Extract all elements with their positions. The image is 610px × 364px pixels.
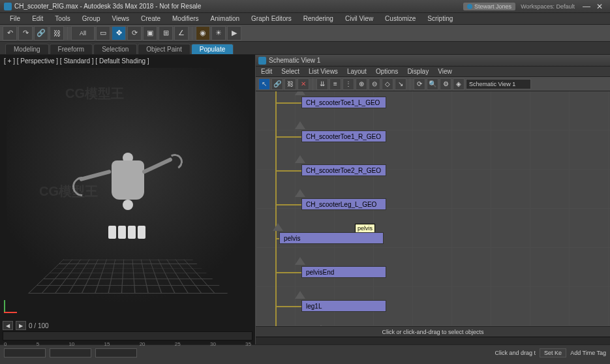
coord-x-field[interactable]: [4, 348, 46, 357]
render-setup-button[interactable]: ☀: [211, 26, 226, 40]
menu-scripting[interactable]: Scripting: [421, 15, 459, 22]
sv-bookmark-button[interactable]: ◈: [453, 78, 465, 90]
sv-menu-view[interactable]: View: [435, 68, 455, 75]
schematic-node[interactable]: CH_scooterToe1_L_GEO: [301, 97, 386, 108]
sv-delete-button[interactable]: ✕: [297, 78, 309, 90]
time-next-button[interactable]: ▶: [16, 321, 26, 330]
viewport[interactable]: [ + ] [ Perspective ] [ Standard ] [ Def…: [0, 55, 256, 344]
sv-collapse-button[interactable]: ⊖: [369, 78, 380, 90]
schematic-h-scrollbar[interactable]: [256, 337, 610, 344]
menu-group[interactable]: Group: [76, 15, 106, 22]
scale-button[interactable]: ▣: [143, 26, 157, 40]
close-button[interactable]: ✕: [593, 2, 606, 11]
schematic-node[interactable]: CH_scooterLeg_L_GEO: [301, 198, 386, 210]
sv-menu-options[interactable]: Options: [373, 68, 401, 75]
schematic-node[interactable]: pelvis: [279, 232, 384, 244]
sv-refresh-button[interactable]: ⟳: [414, 78, 425, 90]
time-slider[interactable]: [3, 331, 252, 341]
node-expand-icon[interactable]: [295, 257, 305, 265]
time-tick: 35: [245, 341, 251, 347]
tab-freeform[interactable]: Freeform: [50, 44, 93, 54]
user-chip[interactable]: Stewart Jones: [463, 3, 515, 10]
sv-menu-display[interactable]: Display: [404, 68, 431, 75]
menu-file[interactable]: File: [4, 15, 26, 22]
time-tick: 30: [210, 341, 216, 347]
robot-model[interactable]: [82, 141, 174, 245]
coord-y-field[interactable]: [50, 348, 91, 357]
sv-menu-edit[interactable]: Edit: [258, 68, 275, 75]
undo-button[interactable]: ↶: [3, 26, 17, 40]
menu-tools[interactable]: Tools: [49, 15, 76, 22]
hierarchy-link: [275, 204, 301, 205]
sv-preferences-button[interactable]: ⚙: [440, 78, 451, 90]
node-expand-icon[interactable]: [295, 189, 305, 197]
node-expand-icon[interactable]: [295, 91, 305, 95]
node-expand-icon[interactable]: [295, 121, 305, 129]
menu-rendering[interactable]: Rendering: [297, 15, 339, 22]
schematic-icon: [258, 57, 266, 65]
node-expand-icon[interactable]: [295, 155, 305, 163]
menu-animation[interactable]: Animation: [205, 15, 245, 22]
time-tick: 25: [175, 341, 181, 347]
menu-edit[interactable]: Edit: [26, 15, 49, 22]
schematic-titlebar: Schematic View 1: [256, 55, 610, 67]
sv-expand-button[interactable]: ⊕: [356, 78, 367, 90]
menu-graph-editors[interactable]: Graph Editors: [245, 15, 297, 22]
schematic-status-bar: Click or click-and-drag to select object…: [256, 326, 610, 337]
node-expand-icon[interactable]: [295, 291, 305, 299]
node-tooltip: pelvis: [355, 224, 375, 233]
schematic-node[interactable]: CH_scooterToe2_R_GEO: [301, 164, 386, 176]
schematic-node[interactable]: pelvisEnd: [301, 266, 386, 278]
selection-filter[interactable]: All: [71, 26, 95, 40]
viewport-scene[interactable]: [7, 68, 249, 318]
schematic-canvas[interactable]: pelvis CH_scooterToe1_L_GEOCH_scooterToe…: [256, 91, 610, 326]
sv-menu-select[interactable]: Select: [279, 68, 302, 75]
workspaces-label[interactable]: Workspaces: Default: [521, 3, 575, 10]
menu-modifiers[interactable]: Modifiers: [166, 15, 205, 22]
hierarchy-link: [275, 136, 301, 138]
tab-selection[interactable]: Selection: [93, 44, 137, 54]
tab-object-paint[interactable]: Object Paint: [138, 44, 190, 54]
sv-view-name-field[interactable]: Schematic View 1: [466, 79, 531, 89]
app-icon: [4, 3, 12, 10]
sv-menu-layout[interactable]: Layout: [344, 68, 369, 75]
link-button[interactable]: 🔗: [34, 26, 48, 40]
minimize-button[interactable]: —: [580, 2, 593, 11]
menu-create[interactable]: Create: [135, 15, 166, 22]
schematic-node[interactable]: CH_scooterToe1_R_GEO: [301, 130, 386, 142]
menu-civil-view[interactable]: Civil View: [339, 15, 379, 22]
tab-populate[interactable]: Populate: [191, 44, 234, 54]
snap-button[interactable]: ⊞: [159, 26, 173, 40]
move-button[interactable]: ✥: [112, 26, 126, 40]
unlink-button[interactable]: ⛓: [50, 26, 64, 40]
node-expand-icon[interactable]: [273, 223, 283, 231]
material-editor-button[interactable]: ◉: [196, 26, 210, 40]
redo-button[interactable]: ↷: [18, 26, 33, 40]
sv-free-all-button[interactable]: ◇: [382, 78, 393, 90]
sv-menu-list-views[interactable]: List Views: [306, 68, 341, 75]
sv-move-children-button[interactable]: ↘: [395, 78, 406, 90]
sv-link-button[interactable]: 🔗: [271, 78, 283, 90]
viewport-label[interactable]: [ + ] [ Perspective ] [ Standard ] [ Def…: [4, 57, 149, 65]
tab-modeling[interactable]: Modeling: [5, 44, 49, 54]
sv-zoom-button[interactable]: 🔍: [427, 78, 438, 90]
axis-gizmo[interactable]: [4, 294, 23, 313]
coord-z-field[interactable]: [95, 348, 137, 357]
schematic-node[interactable]: leg1L: [301, 300, 386, 312]
add-time-tag-label[interactable]: Add Time Tag: [570, 350, 606, 356]
sv-arrange-h-button[interactable]: ≡: [329, 78, 341, 90]
select-button[interactable]: ▭: [96, 26, 110, 40]
sv-arrange-v-button[interactable]: ⋮: [343, 78, 354, 90]
menu-customize[interactable]: Customize: [379, 15, 421, 22]
sv-unlink-button[interactable]: ⛓: [284, 78, 296, 90]
time-controls: ◀ ▶ 0 / 100 05101520253035: [3, 321, 252, 343]
sv-select-button[interactable]: ↖: [258, 78, 270, 90]
rotate-button[interactable]: ⟳: [127, 26, 142, 40]
angle-snap-button[interactable]: ∠: [174, 26, 189, 40]
time-prev-button[interactable]: ◀: [3, 321, 13, 330]
titlebar-text: CH_scooter_RIG.max - Autodesk 3ds Max 20…: [14, 3, 463, 10]
sv-arrange-children-button[interactable]: ⇊: [316, 78, 328, 90]
render-button[interactable]: ▶: [227, 26, 241, 40]
menu-views[interactable]: Views: [106, 15, 136, 22]
set-key-button[interactable]: Set Ke: [540, 348, 566, 357]
